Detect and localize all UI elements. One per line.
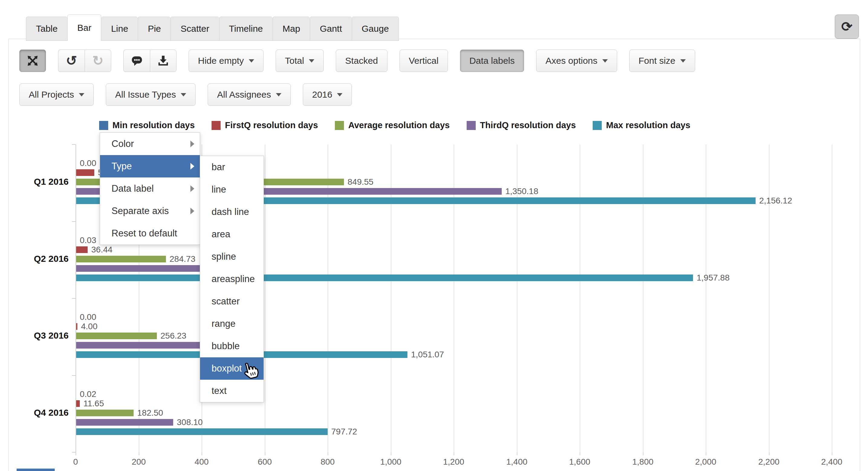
total-label: Total [285, 56, 304, 66]
axis-tick [265, 452, 266, 455]
total-button[interactable]: Total [276, 50, 324, 72]
app-screen: TableBarLinePieScatterTimelineMapGanttGa… [0, 0, 868, 471]
chart-type-tabbar: TableBarLinePieScatterTimelineMapGanttGa… [26, 14, 399, 41]
legend-item[interactable]: Max resolution days [593, 120, 690, 130]
tab-pie[interactable]: Pie [138, 17, 170, 41]
issue-types-filter-label: All Issue Types [115, 89, 176, 100]
bar-average-q3-2016[interactable] [76, 332, 157, 339]
x-axis-tick-label: 1,200 [428, 457, 479, 467]
stacked-button[interactable]: Stacked [336, 50, 387, 72]
menu-item-separate-axis[interactable]: Separate axis [100, 200, 200, 222]
category-label: Q1 2016 [10, 177, 69, 187]
data-label: 0.00 [80, 314, 96, 320]
hide-empty-button[interactable]: Hide empty [189, 50, 264, 72]
legend-item[interactable]: Min resolution days [99, 120, 195, 130]
menu-item-type[interactable]: Type [100, 155, 200, 177]
category-axis-tick [72, 298, 75, 299]
comment-button[interactable] [123, 50, 150, 72]
undo-button[interactable]: ↺ [58, 50, 85, 72]
tab-gauge[interactable]: Gauge [352, 17, 399, 41]
data-label: 182.50 [137, 410, 163, 416]
legend-item[interactable]: Average resolution days [335, 120, 450, 130]
submenu-item-dash-line[interactable]: dash line [200, 201, 264, 223]
category-axis-tick [72, 221, 75, 222]
submenu-item-areaspline[interactable]: areaspline [200, 268, 264, 290]
x-axis-tick-label: 1,600 [554, 457, 606, 467]
tab-map[interactable]: Map [273, 17, 310, 41]
legend-item[interactable]: FirstQ resolution days [212, 120, 318, 130]
redo-button[interactable]: ↻ [85, 50, 111, 72]
axes-options-button[interactable]: Axes options [536, 50, 617, 72]
data-label: 256.23 [160, 332, 186, 339]
year-filter-label: 2016 [312, 89, 333, 100]
bar-max-q2-2016[interactable] [76, 274, 693, 281]
projects-filter-button[interactable]: All Projects [19, 83, 94, 106]
menu-item-reset-to-default[interactable]: Reset to default [100, 222, 200, 244]
legend-item[interactable]: ThirdQ resolution days [467, 120, 576, 130]
vertical-button[interactable]: Vertical [400, 50, 448, 72]
legend-swatch [593, 121, 602, 130]
data-label: 11.65 [84, 400, 104, 407]
submenu-item-text[interactable]: text [200, 380, 264, 402]
data-label: 849.55 [347, 179, 374, 185]
tab-gantt[interactable]: Gantt [310, 17, 351, 41]
submenu-item-spline[interactable]: spline [200, 245, 264, 268]
x-axis-tick-label: 600 [239, 457, 290, 467]
font-size-button[interactable]: Font size [629, 50, 695, 72]
submenu-arrow-icon [190, 208, 194, 214]
bar-firstq-q2-2016[interactable] [76, 246, 88, 253]
year-filter-button[interactable]: 2016 [303, 83, 352, 106]
download-button[interactable] [150, 50, 177, 72]
tab-scatter[interactable]: Scatter [170, 17, 219, 41]
tab-line[interactable]: Line [101, 17, 138, 41]
axis-tick [580, 452, 580, 455]
move-resize-button[interactable] [19, 50, 46, 72]
caret-down-icon [309, 59, 314, 63]
x-axis-tick-label: 2,400 [806, 457, 858, 467]
category-label: Q2 2016 [10, 254, 69, 264]
legend-label: Average resolution days [348, 120, 450, 130]
submenu-item-range[interactable]: range [200, 313, 264, 335]
category-axis-tick [72, 144, 75, 145]
axis-tick [75, 452, 76, 455]
data-label: 36.44 [91, 246, 113, 253]
category-label: Q4 2016 [10, 408, 69, 418]
move-arrows-icon [27, 55, 39, 67]
bar-average-q2-2016[interactable] [76, 256, 166, 262]
submenu-item-line[interactable]: line [200, 178, 264, 201]
axis-tick [202, 452, 202, 455]
series-context-menu: ColorTypeData labelSeparate axisReset to… [100, 133, 200, 245]
tab-timeline[interactable]: Timeline [219, 17, 273, 41]
bar-max-q4-2016[interactable] [76, 429, 328, 435]
issue-types-filter-button[interactable]: All Issue Types [106, 83, 195, 106]
caret-down-icon [79, 93, 84, 96]
data-label: 284.73 [169, 256, 195, 262]
x-axis-tick-label: 1,000 [365, 457, 416, 467]
caret-down-icon [249, 59, 254, 63]
bar-average-q4-2016[interactable] [76, 410, 133, 416]
x-axis-tick-label: 200 [113, 457, 164, 467]
menu-item-data-label[interactable]: Data label [100, 177, 200, 200]
tab-bar[interactable]: Bar [67, 14, 101, 41]
data-labels-button[interactable]: Data labels [460, 50, 524, 72]
submenu-item-bubble[interactable]: bubble [200, 335, 264, 357]
x-axis-tick-label: 1,400 [491, 457, 542, 467]
assignees-filter-button[interactable]: All Assignees [208, 83, 290, 106]
submenu-item-scatter[interactable]: scatter [200, 290, 264, 313]
x-axis-tick-label: 800 [302, 457, 353, 467]
font-size-label: Font size [639, 56, 676, 66]
submenu-item-bar[interactable]: bar [200, 156, 264, 178]
tab-table[interactable]: Table [26, 17, 67, 41]
bar-firstq-q4-2016[interactable] [76, 400, 80, 407]
refresh-button[interactable]: ⟳ [835, 14, 859, 39]
menu-item-color[interactable]: Color [100, 133, 200, 155]
axis-tick [328, 452, 328, 455]
bar-firstq-q3-2016[interactable] [76, 323, 78, 330]
axis-tick [643, 452, 644, 455]
submenu-item-area[interactable]: area [200, 223, 264, 245]
bar-thirdq-q4-2016[interactable] [76, 419, 173, 426]
bar-firstq-q1-2016[interactable] [76, 169, 94, 176]
data-label: 2,156.12 [759, 198, 792, 204]
x-axis-tick-label: 0 [50, 457, 101, 467]
assignees-filter-label: All Assignees [217, 89, 271, 100]
